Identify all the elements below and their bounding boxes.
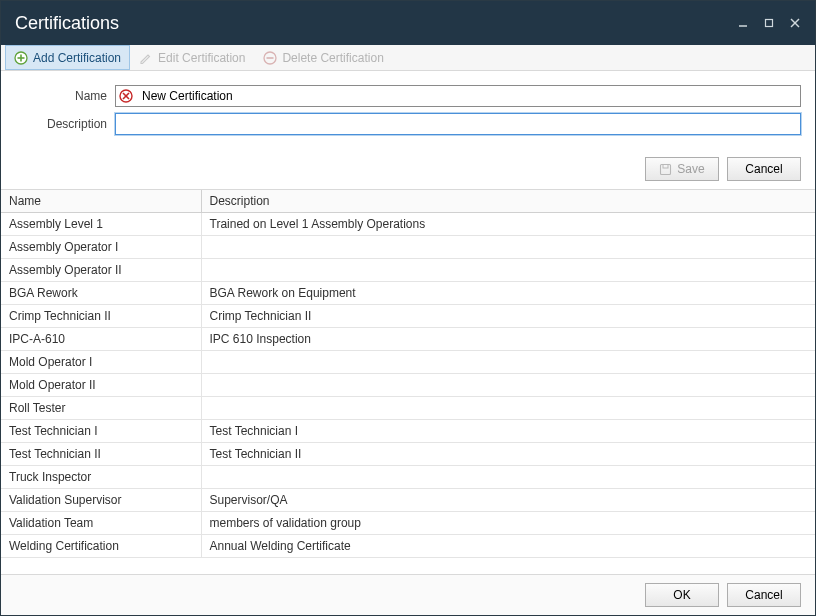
cell-description (201, 397, 815, 420)
name-label: Name (15, 89, 115, 103)
cell-description: members of validation group (201, 512, 815, 535)
form-row-description: Description (15, 113, 801, 135)
cell-name: BGA Rework (1, 282, 201, 305)
name-input[interactable] (115, 85, 801, 107)
table-row[interactable]: Assembly Operator I (1, 236, 815, 259)
ok-button[interactable]: OK (645, 583, 719, 607)
pencil-icon (139, 51, 153, 65)
cell-name: Test Technician II (1, 443, 201, 466)
edit-certification-button[interactable]: Edit Certification (130, 45, 254, 70)
cell-description: BGA Rework on Equipment (201, 282, 815, 305)
cell-description (201, 236, 815, 259)
cell-name: Test Technician I (1, 420, 201, 443)
certifications-table: Name Description Assembly Level 1Trained… (1, 190, 815, 558)
cell-description (201, 259, 815, 282)
cell-description (201, 351, 815, 374)
button-label: Cancel (745, 162, 782, 176)
table-row[interactable]: Test Technician ITest Technician I (1, 420, 815, 443)
cell-name: Truck Inspector (1, 466, 201, 489)
button-label: OK (673, 588, 690, 602)
table-header-row: Name Description (1, 190, 815, 213)
maximize-button[interactable] (763, 17, 775, 29)
table-row[interactable]: Assembly Operator II (1, 259, 815, 282)
description-label: Description (15, 117, 115, 131)
minus-icon (263, 51, 277, 65)
cell-name: Assembly Operator I (1, 236, 201, 259)
cell-name: Crimp Technician II (1, 305, 201, 328)
column-header-name[interactable]: Name (1, 190, 201, 213)
add-certification-button[interactable]: Add Certification (5, 45, 130, 70)
form-buttons: Save Cancel (1, 151, 815, 189)
minimize-button[interactable] (737, 17, 749, 29)
button-label: Cancel (745, 588, 782, 602)
delete-certification-button[interactable]: Delete Certification (254, 45, 392, 70)
cell-name: Roll Tester (1, 397, 201, 420)
table-row[interactable]: IPC-A-610IPC 610 Inspection (1, 328, 815, 351)
certifications-grid[interactable]: Name Description Assembly Level 1Trained… (1, 189, 815, 574)
save-button[interactable]: Save (645, 157, 719, 181)
cancel-button[interactable]: Cancel (727, 157, 801, 181)
cell-name: Mold Operator II (1, 374, 201, 397)
cell-name: Assembly Operator II (1, 259, 201, 282)
svg-rect-12 (661, 164, 671, 174)
cell-description: Annual Welding Certificate (201, 535, 815, 558)
window-controls (737, 17, 801, 29)
cell-name: Mold Operator I (1, 351, 201, 374)
cell-description: Crimp Technician II (201, 305, 815, 328)
toolbar: Add Certification Edit Certification Del… (1, 45, 815, 71)
cell-name: IPC-A-610 (1, 328, 201, 351)
table-row[interactable]: Welding CertificationAnnual Welding Cert… (1, 535, 815, 558)
cell-name: Validation Team (1, 512, 201, 535)
table-row[interactable]: BGA ReworkBGA Rework on Equipment (1, 282, 815, 305)
footer: OK Cancel (1, 574, 815, 615)
table-row[interactable]: Validation Teammembers of validation gro… (1, 512, 815, 535)
cell-description (201, 466, 815, 489)
table-row[interactable]: Roll Tester (1, 397, 815, 420)
toolbar-label: Add Certification (33, 51, 121, 65)
table-row[interactable]: Assembly Level 1Trained on Level 1 Assem… (1, 213, 815, 236)
table-row[interactable]: Test Technician IITest Technician II (1, 443, 815, 466)
footer-cancel-button[interactable]: Cancel (727, 583, 801, 607)
window-title: Certifications (15, 13, 737, 34)
cell-name: Validation Supervisor (1, 489, 201, 512)
error-icon (119, 89, 133, 103)
cell-name: Assembly Level 1 (1, 213, 201, 236)
svg-rect-1 (766, 20, 773, 27)
description-input[interactable] (115, 113, 801, 135)
plus-icon (14, 51, 28, 65)
column-header-description[interactable]: Description (201, 190, 815, 213)
window: Certifications Add Certification Edit Ce… (0, 0, 816, 616)
toolbar-label: Edit Certification (158, 51, 245, 65)
cell-description (201, 374, 815, 397)
table-row[interactable]: Crimp Technician IICrimp Technician II (1, 305, 815, 328)
cell-description: Trained on Level 1 Assembly Operations (201, 213, 815, 236)
form-row-name: Name (15, 85, 801, 107)
button-label: Save (677, 162, 704, 176)
titlebar: Certifications (1, 1, 815, 45)
save-icon (659, 163, 672, 176)
table-row[interactable]: Validation SupervisorSupervisor/QA (1, 489, 815, 512)
cell-description: Test Technician II (201, 443, 815, 466)
table-row[interactable]: Truck Inspector (1, 466, 815, 489)
cell-description: IPC 610 Inspection (201, 328, 815, 351)
close-button[interactable] (789, 17, 801, 29)
cell-description: Test Technician I (201, 420, 815, 443)
form-area: Name Description (1, 71, 815, 151)
toolbar-label: Delete Certification (282, 51, 383, 65)
table-row[interactable]: Mold Operator I (1, 351, 815, 374)
cell-name: Welding Certification (1, 535, 201, 558)
table-row[interactable]: Mold Operator II (1, 374, 815, 397)
cell-description: Supervisor/QA (201, 489, 815, 512)
